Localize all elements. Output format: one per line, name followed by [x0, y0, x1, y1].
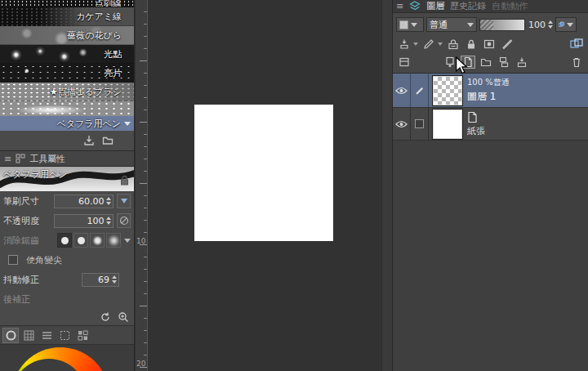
show-all-settings-button[interactable]: [116, 311, 130, 324]
layer-row-paper[interactable]: 紙張: [393, 108, 588, 141]
chevron-down-icon[interactable]: [124, 239, 131, 243]
delete-layer-button[interactable]: [569, 56, 584, 69]
new-layer-folder-button[interactable]: [479, 56, 493, 69]
document-canvas[interactable]: [194, 105, 333, 241]
list-item[interactable]: 亮片: [0, 64, 134, 83]
layer-mark-cell: [411, 108, 429, 140]
stabilization-label: 抖動修正: [3, 274, 51, 286]
list-item[interactable]: 薔薇の花びら: [0, 26, 134, 45]
clip-at-layer-below-button[interactable]: [397, 38, 412, 51]
antialias-weak-button[interactable]: [74, 233, 88, 248]
new-raster-layer-button[interactable]: [461, 56, 475, 69]
layer-visibility-toggle[interactable]: [393, 108, 411, 140]
lock-icon[interactable]: [120, 173, 129, 189]
tab-approx-color[interactable]: [56, 328, 73, 343]
opacity-input[interactable]: 100: [54, 214, 114, 228]
reset-icon: [100, 311, 111, 323]
layer-name[interactable]: 圖層 1: [467, 90, 510, 104]
tab-layers[interactable]: 圖層: [426, 0, 444, 12]
brush-label: 光點: [104, 48, 122, 60]
sharp-corner-row: 使角變尖: [0, 250, 134, 270]
brush-size-value: 60.00: [78, 196, 105, 207]
color-wheel-area: [0, 345, 134, 371]
transfer-to-lower-button[interactable]: [497, 56, 511, 69]
merge-to-lower-button[interactable]: [514, 56, 529, 69]
brush-list: 点刻線 カケアミ線 薔薇の花びら 光點 亮片 ★点描まるブラシ ベタフラ用ペン: [0, 0, 134, 131]
chevron-down-icon[interactable]: [124, 122, 131, 126]
pencil-icon: [415, 86, 425, 96]
brush-size-input[interactable]: 60.00: [54, 194, 114, 208]
import-sub-tool-button[interactable]: [82, 134, 96, 147]
ruler-button[interactable]: [500, 38, 514, 51]
brush-size-dynamics-button[interactable]: [117, 194, 131, 208]
antialias-medium-button[interactable]: [90, 233, 105, 248]
enable-mask-button[interactable]: [482, 38, 497, 51]
antialias-strong-button[interactable]: [106, 233, 121, 248]
intermediate-color-icon: [78, 330, 88, 341]
lock-layer-button[interactable]: [464, 38, 479, 51]
layer-row-selected[interactable]: 100 %普通 圖層 1: [393, 74, 588, 108]
opacity-value: 100: [87, 216, 104, 226]
tool-property-header: ≡ 工具屬性: [0, 150, 134, 167]
blend-mode-select[interactable]: 普通: [426, 17, 477, 32]
tab-history[interactable]: 歷史記錄: [450, 0, 486, 12]
palette-color-combo[interactable]: [396, 17, 424, 32]
antialias-none-button[interactable]: [57, 233, 72, 248]
sharp-corner-checkbox[interactable]: [8, 255, 18, 265]
chevron-down-icon[interactable]: [413, 42, 418, 46]
empty-checkbox-icon[interactable]: [415, 119, 424, 128]
layer-color-button[interactable]: [555, 17, 577, 32]
lock-transparent-pixels-button[interactable]: [446, 38, 461, 51]
wrench-icon: [16, 154, 25, 163]
layer-thumbnail[interactable]: [433, 76, 462, 105]
tab-intermediate-color[interactable]: [74, 328, 91, 343]
layer-thumbnail[interactable]: [433, 110, 462, 139]
brush-label: 薔薇の花びら: [67, 29, 122, 42]
opacity-dynamics-button[interactable]: [117, 213, 131, 228]
stepper-icon[interactable]: [548, 20, 553, 29]
tab-color-slider[interactable]: [38, 328, 55, 343]
chevron-down-icon[interactable]: [438, 42, 443, 46]
panel-menu-icon[interactable]: ≡: [4, 154, 11, 164]
chevron-down-icon: [121, 199, 127, 203]
list-item[interactable]: 光點: [0, 45, 134, 64]
layer-opacity-slider[interactable]: [479, 19, 525, 31]
editing-layer-mark: [411, 74, 429, 107]
stepper-icon[interactable]: [106, 197, 111, 205]
brush-label: 点刻線: [95, 0, 122, 7]
layer-name[interactable]: 紙張: [467, 125, 485, 137]
layer-controls-row: 普通 100: [393, 13, 588, 36]
new-layer-below-button[interactable]: [443, 56, 457, 69]
draft-layer-button[interactable]: [421, 38, 436, 51]
two-pane-view-button[interactable]: [569, 38, 584, 51]
list-item[interactable]: ★点描まるブラシ: [0, 83, 134, 101]
list-item[interactable]: 点刻線: [0, 0, 134, 7]
list-item-selected[interactable]: ベタフラ用ペン: [0, 101, 134, 131]
layer-meta: 紙張: [467, 111, 485, 137]
chevron-down-icon: [411, 23, 417, 27]
list-item[interactable]: カケアミ線: [0, 7, 134, 26]
canvas-area[interactable]: 10 20: [136, 0, 392, 371]
save-sub-tool-button[interactable]: [100, 134, 114, 147]
stepper-icon[interactable]: [106, 217, 111, 225]
tab-auto-action[interactable]: 自動動作: [492, 0, 528, 12]
stepper-icon[interactable]: [112, 275, 117, 284]
panel-menu-icon[interactable]: ≡: [396, 1, 403, 11]
vertical-ruler: 10 20: [136, 0, 148, 371]
stabilization-row: 抖動修正 69: [0, 270, 134, 289]
sharp-corner-label: 使角變尖: [26, 254, 62, 266]
tab-color-set[interactable]: [20, 328, 37, 343]
stabilization-input[interactable]: 69: [82, 273, 119, 287]
approx-color-icon: [60, 330, 70, 341]
brush-label: ベタフラ用ペン: [56, 118, 121, 130]
panel-settings-button[interactable]: [397, 56, 412, 69]
brush-label: ★点描まるブラシ: [50, 86, 122, 98]
reset-settings-button[interactable]: [98, 311, 112, 324]
canvas-scrollbar[interactable]: [381, 0, 392, 371]
tab-color-wheel[interactable]: [2, 328, 19, 343]
color-set-icon: [24, 330, 34, 341]
sub-tool-panel: 点刻線 カケアミ線 薔薇の花びら 光點 亮片 ★点描まるブラシ ベタフラ用ペン: [0, 0, 135, 371]
paper-icon: [467, 111, 478, 123]
brush-name-label: ベタフラ用ペン: [3, 168, 68, 181]
layer-visibility-toggle[interactable]: [393, 74, 411, 107]
